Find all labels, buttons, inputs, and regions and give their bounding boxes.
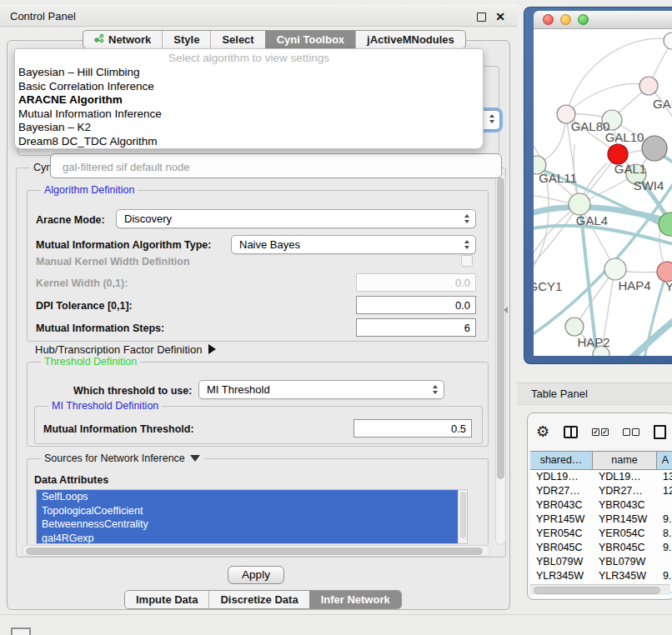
hub-definition-expander[interactable]: Hub/Transcription Factor Definition bbox=[35, 343, 216, 356]
table-panel-header: Table Panel bbox=[517, 382, 672, 405]
network-canvas[interactable]: GALGAL80GAL10GAL1GAL11SWI4GAL4GCY1HAP4YH… bbox=[534, 29, 672, 356]
tab-network-label: Network bbox=[108, 33, 151, 46]
table-header-row: shared… name A bbox=[530, 451, 672, 470]
network-node-label: GAL11 bbox=[539, 171, 577, 185]
close-icon[interactable]: ✕ bbox=[495, 11, 505, 22]
minimize-traffic-light[interactable] bbox=[560, 14, 571, 25]
network-node-label: GAL bbox=[653, 97, 672, 111]
mi-steps-label: Mutual Information Steps: bbox=[36, 322, 164, 334]
splitpane-collapse-handle[interactable] bbox=[504, 307, 508, 313]
attribute-item[interactable]: SelfLoops bbox=[37, 490, 458, 504]
table-horizontal-scroll-thumb[interactable] bbox=[534, 587, 660, 594]
columns-icon[interactable] bbox=[564, 426, 578, 438]
tab-style[interactable]: Style bbox=[162, 31, 210, 48]
settings-horizontal-scrollbar[interactable] bbox=[22, 545, 490, 557]
table-row[interactable]: YBR043C YBR043C bbox=[530, 498, 672, 512]
control-panel-window: Control Panel ✕ Network Style Select Cyn… bbox=[0, 5, 517, 610]
table-row[interactable]: YPR145W YPR145W 9. bbox=[530, 512, 672, 527]
mi-steps-field[interactable]: 6 bbox=[356, 318, 476, 337]
network-node-hap2[interactable] bbox=[565, 318, 584, 336]
mi-threshold-label: Mutual Information Threshold: bbox=[43, 423, 194, 435]
cyni-toolbox-panel: gal-filtered sif default node Select alg… bbox=[7, 40, 510, 610]
table-row[interactable]: YBL079W YBL079W bbox=[530, 555, 672, 569]
document-icon[interactable] bbox=[654, 425, 666, 439]
tab-jactivemnodules[interactable]: jActiveMNodules bbox=[355, 31, 465, 48]
mi-threshold-field[interactable]: 0.5 bbox=[354, 419, 472, 438]
desktop: { "control_panel": { "title": "Control P… bbox=[0, 0, 672, 635]
network-node-label: GAL1 bbox=[614, 162, 646, 176]
table-row[interactable]: YDR27… YDR27… 12 bbox=[530, 484, 672, 498]
network-node-top-cut[interactable] bbox=[664, 32, 672, 49]
close-traffic-light[interactable] bbox=[543, 14, 554, 25]
settings-vertical-scroll-thumb[interactable] bbox=[497, 178, 504, 479]
zoom-traffic-light[interactable] bbox=[578, 14, 589, 25]
select-all-checks-icon[interactable]: ✓✓ bbox=[592, 428, 609, 436]
network-edge[interactable] bbox=[566, 84, 649, 114]
network-node-gal-top[interactable] bbox=[639, 77, 658, 95]
network-edge[interactable] bbox=[534, 226, 672, 244]
aracne-mode-combobox[interactable]: Discovery bbox=[116, 209, 476, 228]
mi-algorithm-type-combobox[interactable]: Naive Bayes bbox=[231, 235, 476, 254]
dropdown-item[interactable]: Bayesian – Hill Climbing bbox=[15, 66, 483, 80]
network-node-label: GAL80 bbox=[571, 119, 610, 133]
dpi-tolerance-field[interactable]: 0.0 bbox=[356, 296, 476, 314]
attribute-item[interactable]: BetweennessCentrality bbox=[37, 518, 458, 532]
which-threshold-label: Which threshold to use: bbox=[73, 385, 192, 397]
manual-kernel-width-label: Manual Kernel Width Definition bbox=[36, 256, 190, 268]
column-header-name[interactable]: name bbox=[593, 452, 657, 469]
table-row[interactable]: YER054C YER054C 8. bbox=[530, 527, 672, 541]
dropdown-item[interactable]: Dream8 DC_TDC Algorithm bbox=[15, 135, 483, 149]
table-row[interactable]: YLR345W YLR345W 9. bbox=[530, 569, 672, 583]
settings-horizontal-scroll-thumb[interactable] bbox=[26, 548, 483, 555]
algorithm-dropdown-popup: Select algorithm to view settings Bayesi… bbox=[14, 48, 484, 149]
tab-cyni-toolbox[interactable]: Cyni Toolbox bbox=[265, 31, 355, 48]
attribute-item[interactable]: TopologicalCoefficient bbox=[37, 504, 458, 518]
network-node-gray-node[interactable] bbox=[642, 136, 667, 161]
dropdown-item[interactable]: Bayesian – K2 bbox=[15, 121, 483, 135]
kernel-width-field[interactable]: 0.0 bbox=[356, 273, 476, 292]
network-window-titlebar[interactable] bbox=[534, 11, 672, 29]
apply-button[interactable]: Apply bbox=[228, 566, 284, 584]
partial-bottom-icon[interactable] bbox=[11, 628, 31, 635]
tab-select[interactable]: Select bbox=[210, 31, 264, 48]
attribute-item[interactable]: gal4RGexp bbox=[37, 532, 458, 545]
dropdown-item[interactable]: ARACNE Algorithm bbox=[15, 93, 483, 108]
table-row[interactable]: YDL19… YDL19… 13 bbox=[530, 470, 672, 484]
collapse-arrow-icon bbox=[190, 455, 200, 462]
cyni-algorithm-settings-group: Cyni Algorithm Settings Algorithm Defini… bbox=[16, 168, 506, 558]
tab-infer-network[interactable]: Infer Network bbox=[309, 591, 401, 608]
deselect-all-checks-icon[interactable] bbox=[623, 428, 639, 436]
kernel-width-label: Kernel Width (0,1): bbox=[36, 278, 128, 289]
which-threshold-combobox[interactable]: MI Threshold bbox=[198, 380, 444, 399]
column-header-shared-name[interactable]: shared… bbox=[530, 452, 593, 469]
column-header-partial[interactable]: A bbox=[657, 452, 672, 469]
table-horizontal-scrollbar[interactable] bbox=[530, 584, 670, 595]
tab-network[interactable]: Network bbox=[83, 31, 162, 48]
aracne-mode-label: Aracne Mode: bbox=[36, 214, 105, 226]
float-window-icon[interactable] bbox=[477, 12, 486, 22]
gear-icon[interactable]: ⚙ bbox=[536, 424, 549, 439]
network-node-hap4[interactable] bbox=[604, 258, 626, 280]
network-node-gal4[interactable] bbox=[569, 193, 590, 215]
dropdown-item[interactable]: Basic Correlation Inference bbox=[15, 80, 483, 94]
settings-vertical-scrollbar[interactable] bbox=[495, 173, 506, 545]
table-panel-window: ⚙ ✓✓ shared… name A YDL19… YDL19… 13 YDR… bbox=[527, 412, 672, 600]
dropdown-item-list: Bayesian – Hill Climbing Basic Correlati… bbox=[15, 66, 483, 148]
threshold-definition-title: Threshold Definition bbox=[41, 356, 140, 368]
network-edge[interactable] bbox=[534, 206, 579, 271]
sources-group-title[interactable]: Sources for Network Inference bbox=[41, 452, 203, 464]
network-view-window: GALGAL80GAL10GAL1GAL11SWI4GAL4GCY1HAP4YH… bbox=[524, 7, 672, 364]
dropdown-item[interactable]: Mutual Information Inference bbox=[15, 108, 483, 122]
attribute-list-scrollbar[interactable] bbox=[458, 490, 467, 543]
table-toolbar: ⚙ ✓✓ bbox=[536, 420, 666, 443]
table-row[interactable]: YBR045C YBR045C 9. bbox=[530, 541, 672, 555]
network-node-label: Y bbox=[665, 279, 672, 293]
tab-impute-data[interactable]: Impute Data bbox=[125, 591, 208, 608]
manual-kernel-width-checkbox[interactable] bbox=[461, 255, 473, 267]
tab-discretize-data[interactable]: Discretize Data bbox=[208, 591, 308, 608]
network-node-label: GAL10 bbox=[605, 130, 644, 144]
data-attributes-list: SelfLoops TopologicalCoefficient Between… bbox=[36, 489, 468, 544]
network-selector-combobox[interactable]: gal-filtered sif default node bbox=[50, 153, 502, 178]
cyni-bottom-tabs: Impute Data Discretize Data Infer Networ… bbox=[124, 590, 402, 609]
sources-group: Sources for Network Inference Data Attri… bbox=[27, 458, 489, 545]
